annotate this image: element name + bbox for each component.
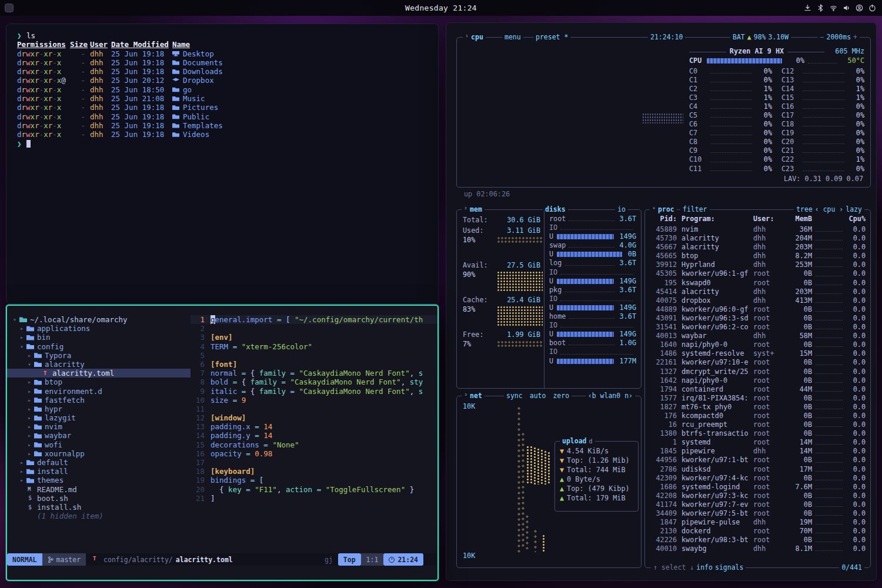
tree-item[interactable]: (1 hidden item) — [7, 512, 191, 520]
bluetooth-icon[interactable] — [817, 4, 824, 12]
tree-item[interactable]: lazygit — [7, 413, 191, 422]
menu-button[interactable]: menu — [502, 33, 523, 42]
process-row[interactable]: 43091 kworker/u96:3-sd root 0B 0.0 — [650, 314, 866, 323]
net-option-button[interactable]: auto — [530, 392, 546, 400]
editor-line[interactable]: 15 decorations = "None" — [191, 440, 437, 449]
editor-line[interactable]: 16 opacity = 0.98 — [191, 449, 437, 458]
editor-line[interactable]: 9 italic = { family = "CaskaydiaMono Ner… — [191, 387, 437, 396]
neovim-window[interactable]: ~/.local/share/omarchy applications bin … — [6, 305, 439, 581]
tree-item[interactable]: default — [7, 458, 191, 467]
preset-button[interactable]: preset * — [533, 33, 570, 42]
editor-line[interactable]: 20 { key = "F11", action = "ToggleFullsc… — [191, 485, 437, 494]
tree-item[interactable]: README.md — [7, 485, 191, 494]
process-row[interactable]: 31541 kworker/u96:2-co root 0B 0.0 — [650, 323, 866, 332]
tree-item[interactable]: hypr — [7, 405, 191, 413]
user-icon[interactable] — [856, 4, 863, 12]
process-row[interactable]: 34409 kworker/u97:5-bt root 0B 0.0 — [650, 509, 866, 518]
process-row[interactable]: 45730 alacritty dhh 204M 0.0 — [650, 234, 866, 243]
tree-item[interactable]: xournalpp — [7, 449, 191, 458]
wifi-icon[interactable] — [830, 4, 837, 12]
editor-line[interactable]: 11 — [191, 405, 437, 413]
process-row[interactable]: 1486 systemd-resolve syst+ 15M 0.0 — [650, 349, 866, 358]
process-row[interactable]: 1380 btrfs-transactio root 0B 0.0 — [650, 429, 866, 438]
process-row[interactable]: 45414 alacritty dhh 203M 0.0 — [650, 288, 866, 296]
process-row[interactable]: 42309 kworker/u97:4-kc root 0B 0.0 — [650, 474, 866, 483]
tree-item[interactable]: environment.d — [7, 387, 191, 396]
process-row[interactable]: 1642 napi/phy0-0 root 0B 0.0 — [650, 376, 866, 385]
editor-line[interactable]: 13 padding.x = 14 — [191, 422, 437, 431]
editor-line[interactable]: 18 [keyboard] — [191, 467, 437, 476]
process-row[interactable]: 1847 pipewire-pulse dhh 19M 0.0 — [650, 518, 866, 527]
interval-increase-button[interactable]: + — [853, 33, 857, 42]
process-row[interactable]: 2786 udisksd root 17M 0.0 — [650, 465, 866, 474]
process-row[interactable]: 22161 kworker/u97:10-e root 0B 0.0 — [650, 358, 866, 367]
process-row[interactable]: 1686 systemd-logind root 7.6M 0.0 — [650, 483, 866, 492]
tree-item[interactable]: config — [7, 342, 191, 351]
process-row[interactable]: 42226 kworker/u98:3-bt root 0B 0.0 — [650, 536, 866, 544]
process-row[interactable]: 1827 mt76-tx phy0 root 0B 0.0 — [650, 403, 866, 412]
net-interface[interactable]: ‹b wlan0 n› — [586, 392, 635, 400]
info-button[interactable]: info — [696, 563, 713, 572]
tree-item[interactable]: alacritty.toml — [7, 369, 191, 377]
editor-line[interactable]: 14 padding.y = 14 — [191, 431, 437, 440]
tree-item[interactable]: Typora — [7, 351, 191, 360]
net-option-button[interactable]: zero — [553, 392, 569, 400]
process-row[interactable]: 176 kcompactd0 root 0B 0.0 — [650, 412, 866, 420]
process-row[interactable]: 40075 dropbox dhh 413M 0.0 — [650, 296, 866, 305]
net-option-button[interactable]: sync — [506, 392, 523, 400]
process-row[interactable]: 44889 kworker/u96:0-gf root 0B 0.0 — [650, 305, 866, 314]
process-row[interactable]: 40013 waybar dhh 58M 0.0 — [650, 332, 866, 340]
process-row[interactable]: 41174 kworker/u97:7-ev root 0B 0.0 — [650, 500, 866, 509]
filter-button[interactable]: filter — [680, 205, 710, 214]
tree-item[interactable]: applications — [7, 324, 191, 333]
terminal-window[interactable]: ❯ ls Permissions Size User Date Modified… — [6, 24, 439, 304]
select-keys-hint[interactable]: ↑ select ↓ — [653, 563, 694, 572]
tree-item[interactable]: install.sh — [7, 503, 191, 512]
interval-decrease-button[interactable]: − — [820, 33, 824, 42]
signals-button[interactable]: signals — [715, 563, 743, 572]
editor-line[interactable]: 3 [env] — [191, 333, 437, 342]
editor-line[interactable]: 10 size = 9 — [191, 396, 437, 405]
process-row[interactable]: 195 kswapd0 root 0B 0.0 — [650, 279, 866, 288]
process-row[interactable]: 45667 alacritty dhh 203M 0.0 — [650, 243, 866, 252]
tree-item[interactable]: bin — [7, 333, 191, 342]
editor-line[interactable]: 21 ] — [191, 494, 437, 503]
process-row[interactable]: 1327 dmcrypt_write/25 root 0B 0.0 — [650, 368, 866, 376]
editor-line[interactable]: 6 [font] — [191, 360, 437, 369]
process-row[interactable]: 2130 dockerd root 70M 0.0 — [650, 527, 866, 536]
editor-line[interactable]: 7 normal = { family = "CaskaydiaMono Ner… — [191, 369, 437, 377]
editor-line[interactable]: 12 [window] — [191, 413, 437, 422]
sort-selector[interactable]: ‹ cpu › — [815, 205, 843, 214]
process-row[interactable]: 1794 containerd root 44M 0.0 — [650, 385, 866, 394]
process-row[interactable]: 1577 irq/81-PIXA3854: root 0B 0.0 — [650, 394, 866, 403]
tree-item[interactable]: nvim — [7, 422, 191, 431]
tree-item[interactable]: waybar — [7, 431, 191, 440]
editor-line[interactable]: 2 — [191, 324, 437, 333]
process-row[interactable]: 1640 napi/phy0-0 root 0B 0.0 — [650, 340, 866, 349]
process-row[interactable]: 42208 kworker/u97:3-kc root 0B 0.0 — [650, 492, 866, 500]
editor-line[interactable]: 1 general.import = [ "~/.config/omarchy/… — [191, 315, 437, 324]
volume-icon[interactable] — [843, 4, 850, 12]
editor-line[interactable]: 4 TERM = "xterm-256color" — [191, 342, 437, 351]
tree-toggle-button[interactable]: tree — [796, 205, 813, 214]
command-line[interactable] — [7, 566, 437, 580]
editor-line[interactable]: 8 bold = { family = "CaskaydiaMono Nerd … — [191, 377, 437, 386]
process-row[interactable]: 40010 swaybg dhh 8.1M 0.0 — [650, 544, 866, 553]
process-row[interactable]: 16 rcu_preempt root 0B 0.0 — [650, 420, 866, 429]
process-row[interactable]: 39912 Hyprland dhh 253M 0.0 — [650, 260, 866, 269]
editor-line[interactable]: 5 — [191, 351, 437, 360]
editor-line[interactable]: 19 bindings = [ — [191, 476, 437, 485]
tray-icon[interactable] — [804, 4, 811, 12]
process-row[interactable]: 45889 nvim dhh 36M 0.0 — [650, 225, 866, 234]
process-row[interactable]: 1 systemd root 14M 0.0 — [650, 438, 866, 447]
editor-line[interactable]: 17 — [191, 458, 437, 467]
power-icon[interactable] — [868, 4, 876, 12]
process-row[interactable]: 1845 pipewire dhh 14M 0.0 — [650, 447, 866, 456]
btop-window[interactable]: ¹cpu menu preset * 21:24:10 BAT▲98%3.10W… — [446, 22, 877, 581]
process-row[interactable]: 44956 kworker/u97:1-bt root 0B 0.0 — [650, 456, 866, 465]
lazy-toggle-button[interactable]: lazy — [846, 205, 862, 214]
tree-item[interactable]: install — [7, 467, 191, 476]
tree-item[interactable]: themes — [7, 476, 191, 485]
process-row[interactable]: 45665 btop dhh 8.2M 0.0 — [650, 252, 866, 260]
editor-pane[interactable]: 1 general.import = [ "~/.config/omarchy/… — [191, 306, 437, 553]
